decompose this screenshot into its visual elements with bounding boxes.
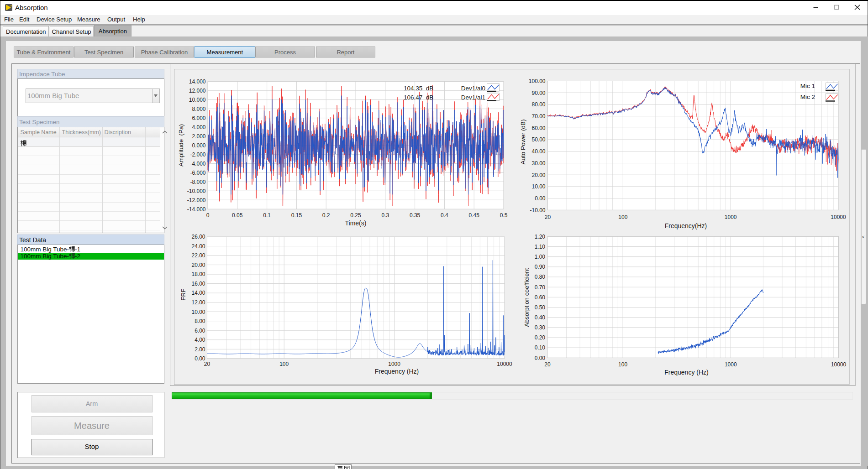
svg-text:50.00: 50.00 [531, 136, 545, 143]
svg-text:18.00: 18.00 [191, 271, 205, 277]
svg-text:10.00: 10.00 [191, 309, 205, 315]
svg-text:60.00: 60.00 [531, 125, 545, 131]
svg-text:6.00: 6.00 [195, 328, 205, 334]
svg-text:20: 20 [545, 214, 551, 220]
svg-text:20.00: 20.00 [531, 172, 545, 178]
svg-text:FRF: FRF [180, 288, 187, 300]
svg-text:14.000: 14.000 [189, 78, 206, 85]
svg-text:Auto Power (dB): Auto Power (dB) [520, 119, 526, 164]
svg-text:1.00: 1.00 [535, 254, 546, 260]
svg-text:Frequency (Hz): Frequency (Hz) [664, 369, 708, 376]
svg-text:-14.000: -14.000 [187, 206, 206, 213]
svg-text:Dev1/ai1: Dev1/ai1 [461, 94, 485, 101]
svg-text:0.45: 0.45 [469, 212, 480, 219]
svg-text:10000: 10000 [831, 361, 847, 368]
svg-text:-10.000: -10.000 [187, 188, 206, 194]
svg-text:0.90: 0.90 [535, 264, 546, 270]
svg-text:0.00: 0.00 [535, 355, 546, 361]
svg-text:0.25: 0.25 [350, 212, 361, 219]
svg-text:20.00: 20.00 [191, 262, 205, 268]
svg-text:1.10: 1.10 [535, 244, 546, 250]
svg-text:14.00: 14.00 [191, 290, 205, 296]
svg-text:100: 100 [618, 214, 627, 220]
svg-text:0.50: 0.50 [535, 304, 546, 311]
svg-text:0: 0 [206, 212, 210, 219]
svg-text:0.70: 0.70 [535, 284, 546, 291]
svg-text:4.00: 4.00 [195, 337, 205, 343]
svg-text:8.00: 8.00 [195, 318, 205, 324]
svg-text:106.47 dB: 106.47 dB [404, 94, 433, 101]
svg-text:0.20: 0.20 [535, 334, 546, 341]
svg-text:100: 100 [618, 361, 627, 368]
svg-text:1000: 1000 [388, 361, 400, 367]
svg-text:Amplitude (Pa): Amplitude (Pa) [178, 124, 184, 167]
svg-text:0.40: 0.40 [535, 314, 546, 321]
svg-text:Frequency(Hz): Frequency(Hz) [665, 222, 707, 229]
svg-text:12.00: 12.00 [191, 299, 205, 306]
svg-text:Dev1/ai0: Dev1/ai0 [461, 85, 485, 92]
svg-text:22.00: 22.00 [191, 252, 205, 259]
svg-text:16.00: 16.00 [191, 281, 205, 287]
svg-text:-6.000: -6.000 [190, 170, 205, 176]
svg-text:10.000: 10.000 [189, 97, 206, 103]
svg-text:0.2: 0.2 [322, 212, 330, 219]
svg-text:6.000: 6.000 [192, 115, 205, 121]
svg-text:Absorption coefficient: Absorption coefficient [523, 268, 530, 327]
svg-text:10000: 10000 [497, 361, 512, 367]
svg-text:1.20: 1.20 [535, 234, 546, 240]
svg-text:-4.000: -4.000 [190, 161, 205, 167]
svg-text:0.4: 0.4 [441, 212, 448, 219]
svg-text:40.00: 40.00 [531, 148, 545, 155]
svg-text:1000: 1000 [725, 214, 737, 220]
svg-text:1000: 1000 [725, 361, 737, 368]
svg-text:104.35 dB: 104.35 dB [404, 85, 433, 92]
svg-text:70.00: 70.00 [531, 113, 545, 120]
svg-text:10000: 10000 [831, 214, 846, 220]
svg-text:0.60: 0.60 [535, 294, 546, 301]
svg-text:90.00: 90.00 [531, 90, 545, 96]
svg-text:Mic 1: Mic 1 [800, 83, 815, 89]
svg-text:0.10: 0.10 [535, 344, 546, 351]
svg-text:8.000: 8.000 [192, 106, 205, 112]
svg-text:10.00: 10.00 [531, 183, 545, 190]
svg-text:4.000: 4.000 [192, 124, 205, 130]
svg-text:26.00: 26.00 [191, 234, 205, 240]
svg-text:0.5: 0.5 [500, 212, 508, 219]
svg-text:12.000: 12.000 [189, 88, 206, 94]
svg-text:20: 20 [544, 361, 551, 368]
svg-text:-12.000: -12.000 [187, 197, 206, 203]
svg-text:2.00: 2.00 [195, 346, 205, 353]
svg-text:2.000: 2.000 [192, 133, 205, 140]
svg-text:0.30: 0.30 [535, 324, 546, 331]
svg-text:0.15: 0.15 [291, 212, 302, 219]
svg-text:100.00: 100.00 [529, 78, 546, 84]
svg-text:-10.00: -10.00 [530, 207, 545, 214]
svg-text:0.80: 0.80 [535, 274, 546, 280]
svg-text:0.00: 0.00 [535, 195, 546, 202]
svg-text:0.1: 0.1 [263, 212, 271, 219]
svg-text:Mic 2: Mic 2 [800, 94, 815, 100]
svg-text:Time(s): Time(s) [345, 219, 367, 227]
svg-text:24.00: 24.00 [191, 243, 205, 250]
svg-text:-2.000: -2.000 [190, 151, 205, 158]
svg-text:80.00: 80.00 [531, 101, 545, 108]
svg-text:Frequency (Hz): Frequency (Hz) [375, 368, 419, 375]
svg-text:20: 20 [204, 361, 210, 367]
svg-text:0.3: 0.3 [381, 212, 389, 219]
svg-text:-8.000: -8.000 [190, 179, 205, 185]
svg-text:0.000: 0.000 [192, 142, 205, 149]
svg-text:0.05: 0.05 [232, 212, 243, 219]
svg-text:0.35: 0.35 [410, 212, 421, 219]
svg-text:100: 100 [279, 361, 289, 367]
svg-text:30.00: 30.00 [531, 160, 545, 167]
